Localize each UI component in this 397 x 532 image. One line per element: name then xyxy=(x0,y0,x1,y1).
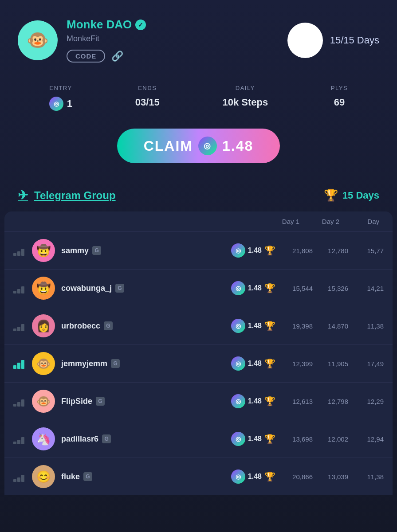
avatar: 🐵 xyxy=(18,20,58,60)
day2-value: 15,326 xyxy=(322,285,348,292)
player-reward: ◎ 1.48 🏆 xyxy=(231,432,275,446)
player-name: fluke G xyxy=(61,472,225,481)
table-row: 🐵 FlipSide G ◎ 1.48 🏆 12,613 12,798 12,2… xyxy=(4,383,393,420)
day2-header: Day 2 xyxy=(313,218,339,225)
day2-value: 11,905 xyxy=(322,360,348,368)
table-row: 🦄 padillasr6 G ◎ 1.48 🏆 13,698 12,002 12… xyxy=(4,420,393,458)
player-trophy-icon: 🏆 xyxy=(264,471,275,482)
player-trophy-icon: 🏆 xyxy=(264,321,275,331)
player-avatar: 🐵 xyxy=(32,352,55,375)
g-badge: G xyxy=(111,359,120,368)
stat-plys: PLYS 69 xyxy=(331,85,348,111)
player-avatar: 😊 xyxy=(32,465,55,488)
player-name: FlipSide G xyxy=(61,397,225,406)
player-trophy-icon: 🏆 xyxy=(264,245,275,256)
player-day-values: 15,544 15,326 14,21 xyxy=(282,285,384,292)
leaderboard: Day 1 Day 2 Day 🤠 sammy G ◎ 1.48 🏆 21,80… xyxy=(4,211,393,495)
player-avatar: 👩 xyxy=(32,314,55,337)
day1-value: 12,613 xyxy=(286,398,313,405)
entry-label: ENTRY xyxy=(49,85,72,91)
sol-icon-player: ◎ xyxy=(231,319,245,333)
sol-icon-entry: ◎ xyxy=(49,97,63,111)
day1-value: 13,698 xyxy=(286,435,313,443)
leaderboard-header: Day 1 Day 2 Day xyxy=(4,211,393,232)
sub-name: MonkeFit xyxy=(67,34,146,43)
day2-value: 12,798 xyxy=(322,398,348,405)
player-name: jemmyjemm G xyxy=(61,359,225,368)
stat-entry: ENTRY ◎ 1 xyxy=(49,85,72,111)
link-icon[interactable]: 🔗 xyxy=(111,51,123,62)
avatar-image: 🐵 xyxy=(18,20,58,60)
code-button[interactable]: CODE xyxy=(67,50,105,63)
player-trophy-icon: 🏆 xyxy=(264,283,275,293)
claim-section: CLAIM ◎ 1.48 xyxy=(0,124,397,181)
telegram-link[interactable]: ✈ Telegram Group xyxy=(18,188,116,203)
sol-icon-player: ◎ xyxy=(231,432,245,446)
day1-value: 21,808 xyxy=(286,247,313,254)
verified-badge: ✓ xyxy=(135,20,146,30)
g-badge: G xyxy=(102,434,111,443)
days-badge-text: 15 Days xyxy=(342,190,379,201)
day1-value: 19,398 xyxy=(286,322,313,330)
days-display: 15/15 Days xyxy=(330,35,379,46)
dao-name-text: Monke DAO xyxy=(67,18,132,31)
player-name: sammy G xyxy=(61,246,225,255)
claim-sol-icon: ◎ xyxy=(198,137,217,155)
player-name: cowabunga_j G xyxy=(61,284,225,293)
dao-name-row: Monke DAO ✓ xyxy=(67,18,146,31)
player-day-values: 12,399 11,905 17,49 xyxy=(282,360,384,368)
player-avatar: 🤠 xyxy=(32,277,55,300)
ends-value: 03/15 xyxy=(135,97,160,108)
player-reward: ◎ 1.48 🏆 xyxy=(231,469,275,484)
bar-chart-icon xyxy=(13,471,26,482)
player-reward: ◎ 1.48 🏆 xyxy=(231,243,275,258)
player-name: padillasr6 G xyxy=(61,434,225,444)
day1-value: 20,866 xyxy=(286,473,313,481)
sol-icon-player: ◎ xyxy=(231,243,245,258)
trophy-icon: 🏆 xyxy=(324,188,338,202)
day3-header: Day xyxy=(353,218,379,225)
stats-section: ENTRY ◎ 1 ENDS 03/15 DAILY 10k Steps PLY… xyxy=(0,76,397,124)
claim-button[interactable]: CLAIM ◎ 1.48 xyxy=(117,129,280,163)
header-left: 🐵 Monke DAO ✓ MonkeFit CODE 🔗 xyxy=(18,18,146,63)
bar-chart-icon xyxy=(13,321,26,331)
bar-chart-icon xyxy=(13,283,26,293)
player-avatar: 🤠 xyxy=(32,239,55,262)
g-badge: G xyxy=(83,472,92,481)
table-row: 🐵 jemmyjemm G ◎ 1.48 🏆 12,399 11,905 17,… xyxy=(4,345,393,383)
days-section: 15/15 Days xyxy=(287,23,379,58)
sol-icon-player: ◎ xyxy=(231,281,245,295)
player-reward: ◎ 1.48 🏆 xyxy=(231,281,275,295)
g-badge: G xyxy=(92,246,101,255)
sol-icon-player: ◎ xyxy=(231,469,245,484)
telegram-icon: ✈ xyxy=(18,188,28,203)
player-name: urbrobecc G xyxy=(61,321,225,331)
stat-ends: ENDS 03/15 xyxy=(135,85,160,111)
header-info: Monke DAO ✓ MonkeFit CODE 🔗 xyxy=(67,18,146,63)
g-badge: G xyxy=(104,321,113,330)
day1-value: 15,544 xyxy=(286,285,313,292)
ends-value-row: 03/15 xyxy=(135,97,160,108)
telegram-section: ✈ Telegram Group 🏆 15 Days xyxy=(0,181,397,211)
claim-amount: 1.48 xyxy=(222,138,253,154)
day3-value: 11,38 xyxy=(357,322,384,330)
days-badge: 🏆 15 Days xyxy=(324,188,379,202)
telegram-link-text: Telegram Group xyxy=(34,189,116,202)
player-trophy-icon: 🏆 xyxy=(264,396,275,407)
ends-label: ENDS xyxy=(138,85,157,91)
player-avatar: 🐵 xyxy=(32,390,55,413)
daily-value: 10k Steps xyxy=(222,97,268,108)
player-day-values: 21,808 12,780 15,77 xyxy=(282,247,384,254)
day1-header: Day 1 xyxy=(273,218,299,225)
bar-chart-icon xyxy=(13,434,26,444)
table-row: 🤠 cowabunga_j G ◎ 1.48 🏆 15,544 15,326 1… xyxy=(4,270,393,307)
g-badge: G xyxy=(96,397,105,406)
day3-value: 12,29 xyxy=(357,398,384,405)
day3-value: 14,21 xyxy=(357,285,384,292)
sol-icon-player: ◎ xyxy=(231,394,245,408)
day3-value: 15,77 xyxy=(357,247,384,254)
claim-label: CLAIM xyxy=(144,138,193,154)
player-reward: ◎ 1.48 🏆 xyxy=(231,319,275,333)
day3-value: 17,49 xyxy=(357,360,384,368)
player-trophy-icon: 🏆 xyxy=(264,434,275,444)
